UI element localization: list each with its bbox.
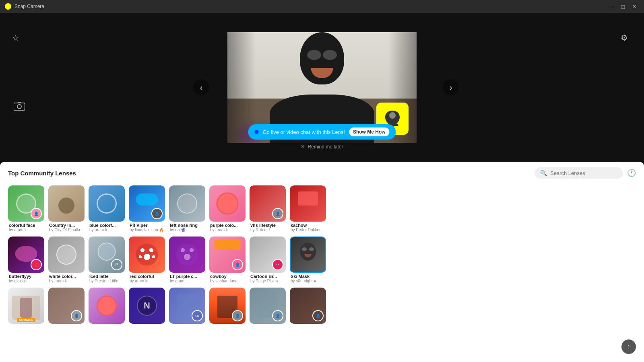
svg-rect-2 xyxy=(14,103,25,110)
close-remind-icon: ✕ xyxy=(301,144,305,150)
screenshot-button[interactable] xyxy=(12,99,27,113)
lens-name: butterflyyy xyxy=(9,274,43,279)
n-logo: N xyxy=(144,300,150,311)
lens-author: by Paige Piskin xyxy=(250,279,285,283)
lens-name: kachow xyxy=(291,223,325,228)
lens-card-colorful-face[interactable]: 👤 colorful faceby aram k xyxy=(8,185,44,233)
lens-card-cartoon[interactable]: 👓 Cartoon Br...by Paige Piskin xyxy=(250,237,286,284)
lens-thumbnail-nosering xyxy=(169,185,205,222)
lens-name: cowboy xyxy=(210,274,245,279)
lenses-header: Top Community Lenses 🔍 🕐 xyxy=(0,162,644,182)
lens-card-row3-6[interactable]: 👤 xyxy=(209,288,246,326)
lens-author: by linus laksson 🔥 xyxy=(130,228,164,232)
lenses-title: Top Community Lenses xyxy=(8,170,76,177)
lens-thumbnail-row3-7: 👤 xyxy=(250,288,286,324)
lens-name: Cartoon Br... xyxy=(250,274,285,279)
show-me-how-button[interactable]: Show Me How xyxy=(349,128,390,136)
lens-name: LT purple c... xyxy=(170,274,204,279)
camera-next-button[interactable]: › xyxy=(443,79,459,95)
lens-avatar-row3-7: 👤 xyxy=(272,310,283,321)
close-button[interactable]: ✕ xyxy=(630,2,639,11)
lens-avatar-butterfly: 💋 xyxy=(31,259,42,270)
minimize-button[interactable]: — xyxy=(607,2,617,11)
lens-card-vhs[interactable]: 👤 vhs lifestyleby Rotem f xyxy=(250,185,286,233)
lenses-row-2: 💋 butterflyyyby alexlali white color...b… xyxy=(8,237,636,284)
blue-circle xyxy=(97,193,117,214)
lens-avatar-vhs: 👤 xyxy=(272,208,283,219)
search-icon: 🔍 xyxy=(540,170,547,176)
lens-author: by aram k xyxy=(210,228,245,232)
lens-thumbnail-butterfly: 💋 xyxy=(8,237,44,273)
history-button[interactable]: 🕐 xyxy=(627,169,636,177)
lens-author: by nat🔮 xyxy=(170,228,204,232)
lens-thumbnail-row3-2: 👤 xyxy=(48,288,85,324)
lens-card-row3-2[interactable]: 👤 xyxy=(48,288,85,326)
bottom-panel: Top Community Lenses 🔍 🕐 👤 col xyxy=(0,162,644,362)
camera-prev-button[interactable]: ‹ xyxy=(193,79,209,95)
lens-card-lt-purple[interactable]: LT purple c...by aram xyxy=(169,237,205,284)
lens-thumbnail-summer: SUMMER xyxy=(8,288,44,324)
remind-later-button[interactable]: ✕ Remind me later xyxy=(301,144,343,150)
lens-card-summer[interactable]: SUMMER xyxy=(8,288,44,326)
lens-card-pitviper[interactable]: 👤 Pit Viperby linus laksson 🔥 xyxy=(129,185,165,233)
lens-card-nosering[interactable]: left nose ringby nat🔮 xyxy=(169,185,205,233)
settings-button[interactable]: ⚙ xyxy=(621,33,632,44)
lens-avatar-row3-5: SN xyxy=(192,310,203,321)
main-area: ☆ ⚙ ‹ xyxy=(0,13,644,362)
lens-card-butterfly[interactable]: 💋 butterflyyyby alexlali xyxy=(8,237,44,284)
titlebar: Snap Camera — ◻ ✕ xyxy=(0,0,644,13)
lens-thumbnail-country xyxy=(48,185,85,222)
lens-card-white-color[interactable]: white color...by aram k xyxy=(48,237,85,284)
gray-circle xyxy=(177,193,197,214)
lens-name: Iced latte xyxy=(89,274,124,279)
lens-card-cowboy[interactable]: 👤 cowboyby sashandana xyxy=(209,237,246,284)
lens-author: by aram xyxy=(170,279,204,283)
cta-banner: Go live or video chat with this Lens! Sh… xyxy=(248,124,396,140)
restore-button[interactable]: ◻ xyxy=(618,2,628,11)
lens-thumbnail-cowboy: 👤 xyxy=(209,237,246,273)
lens-avatar-pitviper: 👤 xyxy=(151,208,163,219)
lens-author: by Pedor Dokken xyxy=(291,228,325,232)
lens-author: by aram k xyxy=(49,279,84,283)
summer-figure xyxy=(12,296,40,320)
lens-card-ski-mask[interactable]: Ski Maskby s0r_night ● xyxy=(290,237,326,284)
watermelon-icon xyxy=(217,193,239,215)
lens-card-row3-7[interactable]: 👤 xyxy=(250,288,286,326)
titlebar-controls: — ◻ ✕ xyxy=(607,2,639,11)
lens-card-row3-3[interactable] xyxy=(89,288,125,326)
lens-thumbnail-lt-purple xyxy=(169,237,205,273)
lens-avatar-cartoon: 👓 xyxy=(272,259,283,270)
lens-thumbnail-vhs: 👤 xyxy=(250,185,286,222)
gray-circle-2 xyxy=(56,245,76,265)
lens-card-purple-color[interactable]: purple colo...by aram k xyxy=(209,185,246,233)
lens-card-country[interactable]: Country In...by City Of Pinalla... xyxy=(48,185,85,233)
lens-card-row3-8[interactable]: 👤 xyxy=(290,288,326,326)
app-icon xyxy=(5,3,11,10)
lens-thumbnail-ski-mask xyxy=(290,237,326,273)
lens-author: by Preston Little xyxy=(89,279,124,283)
search-input[interactable] xyxy=(550,170,615,176)
lens-thumbnail-row3-8: 👤 xyxy=(290,288,326,324)
app-title: Snap Camera xyxy=(14,4,44,9)
remind-later-text: Remind me later xyxy=(308,144,343,150)
lens-thumbnail-blue xyxy=(89,185,125,222)
lens-name: Ski Mask xyxy=(291,274,325,279)
lens-avatar-iced: P xyxy=(111,259,122,270)
cta-text: Go live or video chat with this Lens! xyxy=(262,129,345,135)
lens-card-row3-4[interactable]: N xyxy=(129,288,165,326)
svg-point-3 xyxy=(17,105,21,109)
scroll-top-button[interactable]: ↑ xyxy=(621,339,636,354)
lens-card-kachow[interactable]: kachowby Pedor Dokken xyxy=(290,185,326,233)
lens-name: red colorful xyxy=(130,274,164,279)
lens-card-row3-5[interactable]: SN xyxy=(169,288,205,326)
summer-badge: SUMMER xyxy=(17,318,35,322)
ski-mask-preview xyxy=(298,243,318,267)
search-bar: 🔍 xyxy=(535,167,623,179)
lens-card-iced-latte[interactable]: P Iced latteby Preston Little xyxy=(89,237,125,284)
lens-name: colorful face xyxy=(9,223,43,228)
cta-dot xyxy=(254,130,258,134)
favorites-button[interactable]: ☆ xyxy=(12,33,23,44)
lens-card-red-colorful[interactable]: red colorfulby aram k xyxy=(129,237,165,284)
lens-card-blue[interactable]: blue colorf...by aram k xyxy=(89,185,125,233)
purple-dots xyxy=(176,244,198,266)
